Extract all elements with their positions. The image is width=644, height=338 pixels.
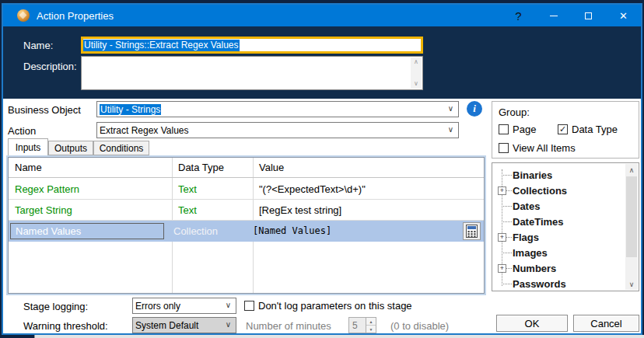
checkbox-data-type[interactable]: ✓ Data Type <box>558 124 618 135</box>
business-object-select[interactable]: Utility - Strings ∨ <box>96 101 459 117</box>
scroll-up-icon[interactable]: ∧ <box>414 57 418 67</box>
ok-label: OK <box>525 318 540 329</box>
maximize-button[interactable] <box>571 5 606 26</box>
dialog-header: Name: Utility - Strings::Extract Regex V… <box>3 26 641 99</box>
param-name: Regex Pattern <box>9 183 172 195</box>
help-icon: ? <box>515 9 521 23</box>
scroll-down-icon[interactable]: ∨ <box>625 278 638 290</box>
tree-item-flags[interactable]: + Flags <box>492 229 625 245</box>
name-value-selected-text: Utility - Strings::Extract Regex Values <box>83 40 240 51</box>
tree-item-label: Dates <box>513 200 540 212</box>
tree-item-label: Collections <box>513 185 567 197</box>
tree-item-passwords[interactable]: Passwords <box>492 276 625 291</box>
tree-connector <box>502 253 512 253</box>
minutes-value: 5 <box>352 320 358 331</box>
description-label: Description: <box>23 61 77 72</box>
disable-hint: (0 to disable) <box>390 320 449 332</box>
param-name: Target String <box>9 204 172 216</box>
chevron-down-icon: ∨ <box>448 104 453 113</box>
tab-inputs-label: Inputs <box>16 142 41 153</box>
stage-logging-select[interactable]: Errors only ∨ <box>132 298 236 314</box>
checkbox-view-all-items[interactable]: View All Items <box>499 142 576 154</box>
background-window-strip <box>34 335 644 338</box>
action-select[interactable]: Extract Regex Values ∨ <box>96 122 459 138</box>
param-data-type: Text <box>172 204 253 216</box>
group-panel: Group: Page ✓ Data Type View All Items <box>492 101 639 159</box>
tree-item-binaries[interactable]: Binaries <box>492 167 625 183</box>
warning-threshold-label: Warning threshold: <box>23 320 108 332</box>
column-header-name: Name <box>9 162 172 173</box>
tab-inputs[interactable]: Inputs <box>8 138 48 155</box>
table-row[interactable]: Regex Pattern Text "(?<ExpectedText>\d+)… <box>9 179 484 200</box>
help-button[interactable]: ? <box>501 5 536 26</box>
minimize-button[interactable] <box>536 5 571 26</box>
tree-item-datetimes[interactable]: DateTimes <box>492 214 625 229</box>
param-value[interactable]: [RegEx test string] <box>253 204 484 216</box>
info-icon[interactable]: i <box>467 101 482 117</box>
table-row[interactable]: Target String Text [RegEx test string] <box>9 200 484 221</box>
collection-editor-button[interactable] <box>463 222 481 240</box>
maximize-icon <box>585 12 592 19</box>
tab-conditions-label: Conditions <box>100 143 144 154</box>
cancel-label: Cancel <box>590 318 621 329</box>
chevron-down-icon: ∨ <box>226 301 231 309</box>
tree-connector <box>502 175 512 176</box>
param-value[interactable]: [Named Values] <box>245 225 484 236</box>
tab-outputs[interactable]: Outputs <box>48 141 93 155</box>
inputs-table: Name Data Type Value Regex Pattern Text … <box>6 155 486 295</box>
minutes-spinner[interactable]: 5 ▲ ▼ <box>348 317 376 333</box>
scroll-up-icon[interactable]: ∧ <box>625 164 638 176</box>
checkbox-dont-log-parameters[interactable]: Don't log parameters on this stage <box>244 300 412 312</box>
tab-conditions[interactable]: Conditions <box>93 141 149 155</box>
titlebar[interactable]: Action Properties ? ✕ <box>3 5 641 26</box>
expand-plus-icon[interactable]: + <box>498 186 506 195</box>
checkbox-page-label: Page <box>513 124 536 135</box>
param-value[interactable]: "(?<ExpectedText>\d+)" <box>253 183 484 195</box>
tree-item-collections[interactable]: + Collections <box>492 183 625 198</box>
stage-logging-label: Stage logging: <box>23 301 88 312</box>
app-background: Action Properties ? ✕ Name: Utility <box>0 0 644 338</box>
checkbox-page[interactable]: Page <box>499 124 536 135</box>
expand-plus-icon[interactable]: + <box>498 264 506 273</box>
group-label: Group: <box>499 106 530 118</box>
cancel-button[interactable]: Cancel <box>573 315 639 332</box>
business-object-label: Business Object <box>8 104 81 116</box>
tree-item-label: DateTimes <box>513 216 564 228</box>
param-name-editor[interactable]: Named Values <box>10 223 164 239</box>
checkbox-view-all-items-label: View All Items <box>513 142 576 154</box>
tab-outputs-label: Outputs <box>54 143 87 154</box>
chevron-down-icon: ∨ <box>448 125 453 134</box>
data-items-tree: Binaries + Collections Dates DateTimes +… <box>492 162 639 291</box>
expand-plus-icon[interactable]: + <box>498 233 506 242</box>
checkbox-icon <box>499 124 509 134</box>
scroll-down-icon[interactable]: ∨ <box>414 79 418 89</box>
action-properties-icon <box>17 9 30 22</box>
table-header-row: Name Data Type Value <box>9 158 484 178</box>
tree-scrollbar[interactable]: ∧ ∨ <box>625 164 638 290</box>
description-scrollbar[interactable]: ∧ ∨ <box>411 57 422 89</box>
spinner-buttons[interactable]: ▲ ▼ <box>366 318 376 333</box>
action-value: Extract Regex Values <box>100 125 189 136</box>
spin-down-icon[interactable]: ▼ <box>366 326 376 333</box>
warning-threshold-select[interactable]: System Default ∨ <box>132 317 236 333</box>
param-data-type: Text <box>172 183 253 195</box>
close-button[interactable]: ✕ <box>606 5 641 26</box>
table-row-selected[interactable]: Named Values Collection [Named Values] <box>9 221 484 242</box>
scrollbar-thumb[interactable] <box>626 176 637 257</box>
minimize-icon <box>550 16 558 16</box>
tree-connector <box>502 206 512 207</box>
name-input[interactable]: Utility - Strings::Extract Regex Values <box>81 37 423 54</box>
spin-up-icon[interactable]: ▲ <box>366 318 376 326</box>
tree-connector <box>502 221 512 222</box>
chevron-down-icon: ∨ <box>226 320 231 329</box>
tree-item-images[interactable]: Images <box>492 245 625 260</box>
column-header-data-type: Data Type <box>172 162 253 173</box>
description-input[interactable]: ∧ ∨ <box>81 56 423 90</box>
window-title: Action Properties <box>37 10 114 22</box>
tree-item-numbers[interactable]: + Numbers <box>492 260 625 276</box>
minutes-label: Number of minutes <box>246 320 331 332</box>
ok-button[interactable]: OK <box>496 315 568 332</box>
tree-item-dates[interactable]: Dates <box>492 198 625 214</box>
tree-item-label: Images <box>513 247 548 259</box>
param-data-type: Collection <box>164 225 245 237</box>
